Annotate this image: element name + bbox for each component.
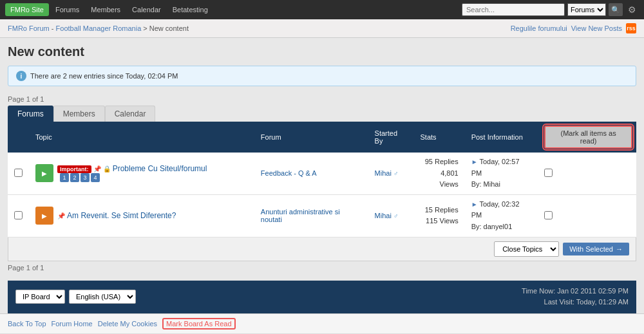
row1-topic-icon: ▶ xyxy=(35,164,53,182)
row1-post-arrow: ► xyxy=(471,158,478,165)
th-started-by: Started By xyxy=(368,122,414,153)
th-post-info: Post Information xyxy=(465,122,538,153)
th-topic: Topic xyxy=(29,122,254,153)
row1-post-info: ► Today, 02:57 PM By: Mihai xyxy=(465,153,538,194)
rss-icon[interactable]: rss xyxy=(626,23,636,33)
search-scope-select[interactable]: Forums xyxy=(567,3,606,16)
row2-started-by: Mihai ♂ xyxy=(368,194,414,237)
th-mark-all: (Mark all items as read) xyxy=(538,122,636,153)
nav-forums[interactable]: Forums xyxy=(50,3,84,16)
mark-all-button[interactable]: (Mark all items as read) xyxy=(544,125,632,149)
breadcrumb-fm-romania[interactable]: Football Manager Romania xyxy=(56,24,142,32)
footer-forum-home[interactable]: Forum Home xyxy=(52,320,93,328)
top-navigation: FMRo Site Forums Members Calendar Betate… xyxy=(0,0,644,19)
row1-stats: 95 Replies 4,801 Views xyxy=(414,153,465,194)
search-input[interactable] xyxy=(462,3,565,16)
row1-lock-icon: 🔒 xyxy=(103,165,111,172)
row1-page4[interactable]: 4 xyxy=(91,173,100,182)
row2-stats: 15 Replies 115 Views xyxy=(414,194,465,237)
breadcrumb-current: New content xyxy=(149,24,189,32)
page-title: New content xyxy=(8,44,636,59)
th-forum: Forum xyxy=(254,122,368,153)
footer-back-to-top[interactable]: Back To Top xyxy=(8,320,46,328)
th-stats: Stats xyxy=(414,122,465,153)
breadcrumb: FMRo Forum - Football Manager Romania > … xyxy=(8,24,189,32)
row2-topic-cell: ▶ 📌 Am Revenit. Se Simt Diferente? xyxy=(29,194,254,237)
row1-select-checkbox[interactable] xyxy=(544,169,553,177)
tabs: Forums Members Calendar xyxy=(8,106,636,122)
row2-gender-icon: ♂ xyxy=(393,212,399,219)
gear-icon[interactable]: ⚙ xyxy=(625,5,639,15)
nav-links: FMRo Site Forums Members Calendar Betate… xyxy=(5,3,213,16)
with-selected-arrow: → xyxy=(616,245,623,253)
nav-betatesting[interactable]: Betatesting xyxy=(167,3,213,16)
tab-forums[interactable]: Forums xyxy=(8,106,53,122)
row1-forum: Feedback - Q & A xyxy=(254,153,368,194)
row2-forum: Anunturi administrative si noutati xyxy=(254,194,368,237)
nav-calendar[interactable]: Calendar xyxy=(127,3,166,16)
page-title-area: New content xyxy=(0,38,644,62)
bottom-bar-left: IP Board English (USA) xyxy=(15,290,136,304)
footer-delete-cookies[interactable]: Delete My Cookies xyxy=(98,320,157,328)
row1-pin-icon: 📌 xyxy=(93,165,101,172)
row1-extra xyxy=(538,153,636,194)
board-select[interactable]: IP Board xyxy=(15,290,65,304)
row1-topic-title: Probleme Cu Siteul/forumul xyxy=(113,165,207,172)
info-box: i There are 2 new entries since Today, 0… xyxy=(8,66,636,86)
forum-table: Topic Forum Started By Stats Post Inform… xyxy=(8,122,636,237)
view-new-posts-link[interactable]: View New Posts xyxy=(571,24,622,32)
page-indicator-bottom: Page 1 of 1 xyxy=(0,261,644,274)
content-area: Forums Members Calendar Topic Forum Star… xyxy=(8,106,636,261)
row1-page3[interactable]: 3 xyxy=(80,173,90,182)
nav-fmro-site[interactable]: FMRo Site xyxy=(5,3,49,16)
row1-started-by: Mihai ♂ xyxy=(368,153,414,194)
tab-members[interactable]: Members xyxy=(53,106,105,122)
regulile-link[interactable]: Regulile forumului xyxy=(511,24,567,32)
row2-extra xyxy=(538,194,636,237)
last-visit: Last Visit: Today, 01:29 AM xyxy=(522,297,629,308)
table-row: ▶ Important: 📌 🔒 Probleme Cu Siteul/foru… xyxy=(8,153,636,194)
row2-select-checkbox[interactable] xyxy=(544,211,553,219)
row1-gender-icon: ♂ xyxy=(393,170,399,177)
close-topics-select[interactable]: Close Topics xyxy=(494,241,559,257)
language-select[interactable]: English (USA) xyxy=(69,290,136,304)
row1-topic-cell: ▶ Important: 📌 🔒 Probleme Cu Siteul/foru… xyxy=(29,153,254,194)
top-links: Regulile forumului View New Posts rss xyxy=(511,23,636,33)
footer-links: Back To Top Forum Home Delete My Cookies… xyxy=(0,313,644,333)
row1-checkbox[interactable] xyxy=(14,169,23,177)
search-area: Forums 🔍 ⚙ xyxy=(462,3,639,16)
info-text: There are 2 new entries since Today, 02:… xyxy=(30,72,178,80)
table-row: ▶ 📌 Am Revenit. Se Simt Diferente? Anunt… xyxy=(8,194,636,237)
row1-page-links: 1 2 3 4 xyxy=(60,173,100,182)
page-indicator-top: Page 1 of 1 xyxy=(0,93,644,106)
row2-post-arrow: ► xyxy=(471,201,478,208)
row2-topic-icon: ▶ xyxy=(35,207,53,225)
breadcrumb-bar: FMRo Forum - Football Manager Romania > … xyxy=(0,19,644,38)
row1-page2[interactable]: 2 xyxy=(70,173,79,182)
row1-important-tag: Important: xyxy=(57,165,91,173)
row2-checkbox-cell xyxy=(8,194,29,237)
time-now: Time Now: Jan 02 2011 02:59 PM xyxy=(522,286,629,297)
tab-calendar[interactable]: Calendar xyxy=(105,106,156,122)
row2-topic-title: Am Revenit. Se Simt Diferente? xyxy=(67,212,176,219)
info-icon: i xyxy=(16,71,26,81)
with-selected-button[interactable]: With Selected → xyxy=(563,243,629,255)
row1-checkbox-cell xyxy=(8,153,29,194)
th-checkbox xyxy=(8,122,29,153)
row1-page1[interactable]: 1 xyxy=(60,173,69,182)
footer-mark-board[interactable]: Mark Board As Read xyxy=(162,318,236,329)
nav-members[interactable]: Members xyxy=(86,3,126,16)
breadcrumb-fmro[interactable]: FMRo Forum xyxy=(8,24,50,32)
row2-post-info: ► Today, 02:32 PM By: danyel01 xyxy=(465,194,538,237)
row2-checkbox[interactable] xyxy=(14,211,23,219)
close-topics-bar: Close Topics With Selected → xyxy=(8,237,636,261)
bottom-bar-right: Time Now: Jan 02 2011 02:59 PM Last Visi… xyxy=(522,286,629,308)
search-button[interactable]: 🔍 xyxy=(609,3,623,16)
with-selected-label: With Selected xyxy=(569,245,613,253)
row2-pin-icon: 📌 xyxy=(57,212,65,219)
bottom-bar: IP Board English (USA) Time Now: Jan 02 … xyxy=(8,281,636,313)
